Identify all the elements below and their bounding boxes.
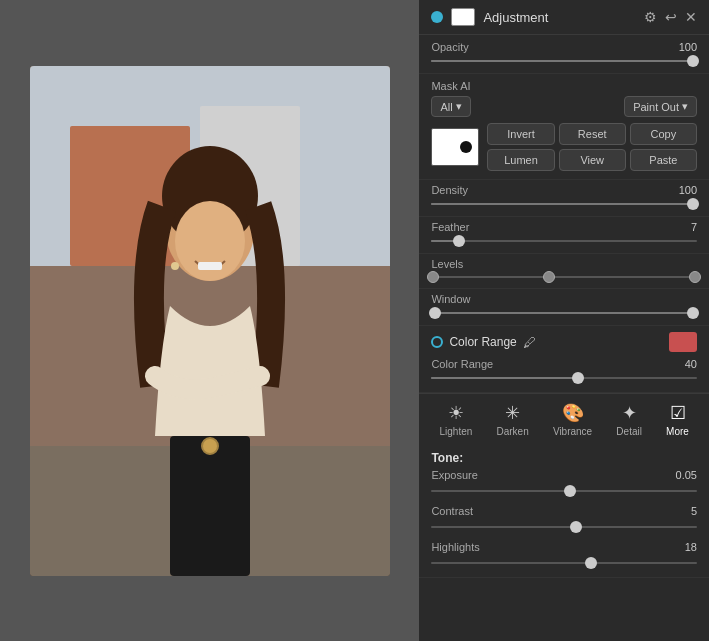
feather-slider[interactable] [431, 233, 697, 249]
density-label-row: Density 100 [431, 184, 697, 196]
contrast-thumb[interactable] [570, 521, 582, 533]
lumen-button[interactable]: Lumen [487, 149, 554, 171]
levels-section: Levels [419, 254, 709, 289]
detail-label: Detail [616, 426, 642, 437]
title-thumbnail [451, 8, 475, 26]
highlights-track [431, 562, 697, 564]
photo-svg [30, 66, 390, 576]
window-thumb-right[interactable] [687, 307, 699, 319]
highlights-thumb[interactable] [585, 557, 597, 569]
feather-track [431, 240, 697, 242]
invert-button[interactable]: Invert [487, 123, 554, 145]
darken-tool[interactable]: ✳ Darken [492, 400, 532, 439]
window-dot [431, 11, 443, 23]
color-swatch[interactable] [669, 332, 697, 352]
exposure-label: Exposure [431, 469, 477, 481]
detail-tool[interactable]: ✦ Detail [612, 400, 646, 439]
lighten-tool[interactable]: ☀ Lighten [435, 400, 476, 439]
tone-section: Tone: Exposure 0.05 Contrast 5 [419, 445, 709, 578]
close-icon[interactable]: ✕ [685, 9, 697, 25]
color-range-fill [431, 377, 577, 379]
levels-label-row: Levels [431, 258, 697, 270]
undo-icon[interactable]: ↩ [665, 9, 677, 25]
all-label: All [440, 101, 452, 113]
panel-title: Adjustment [483, 10, 636, 25]
title-bar: Adjustment ⚙ ↩ ✕ [419, 0, 709, 35]
paint-out-select-btn[interactable]: Paint Out ▾ [624, 96, 697, 117]
feather-thumb[interactable] [453, 235, 465, 247]
levels-label: Levels [431, 258, 463, 270]
levels-thumb-mid[interactable] [543, 271, 555, 283]
exposure-slider[interactable] [431, 483, 697, 499]
color-range-sub-row: Color Range 40 [431, 358, 697, 370]
color-range-indicator [431, 336, 443, 348]
svg-point-10 [171, 262, 179, 270]
lighten-label: Lighten [439, 426, 472, 437]
all-chevron: ▾ [456, 100, 462, 113]
mask-buttons: Invert Reset Copy Lumen View Paste [487, 123, 697, 171]
levels-thumb-right[interactable] [689, 271, 701, 283]
bottom-toolbar: ☀ Lighten ✳ Darken 🎨 Vibrance ✦ Detail ☑ [419, 393, 709, 445]
feather-section: Feather 7 [419, 217, 709, 254]
highlights-row: Highlights 18 [431, 541, 697, 553]
lighten-icon: ☀ [448, 402, 464, 424]
photo-area [0, 0, 419, 641]
mask-thumbnail [431, 128, 479, 166]
vibrance-tool[interactable]: 🎨 Vibrance [549, 400, 596, 439]
detail-icon: ✦ [622, 402, 637, 424]
copy-button[interactable]: Copy [630, 123, 697, 145]
contrast-value: 5 [691, 505, 697, 517]
exposure-track [431, 490, 697, 492]
opacity-value: 100 [679, 41, 697, 53]
view-button[interactable]: View [559, 149, 626, 171]
mask-preview-row: Invert Reset Copy Lumen View Paste [431, 123, 697, 171]
highlights-slider[interactable] [431, 555, 697, 571]
more-tool[interactable]: ☑ More [662, 400, 693, 439]
window-label-row: Window [431, 293, 697, 305]
highlights-value: 18 [685, 541, 697, 553]
window-thumb-left[interactable] [429, 307, 441, 319]
paint-out-chevron: ▾ [682, 100, 688, 113]
title-icons: ⚙ ↩ ✕ [644, 9, 697, 25]
reset-button[interactable]: Reset [559, 123, 626, 145]
density-thumb[interactable] [687, 198, 699, 210]
vibrance-icon: 🎨 [562, 402, 584, 424]
levels-thumb-left[interactable] [427, 271, 439, 283]
exposure-row: Exposure 0.05 [431, 469, 697, 481]
window-slider[interactable] [431, 305, 697, 321]
darken-icon: ✳ [505, 402, 520, 424]
window-label: Window [431, 293, 470, 305]
color-range-header: Color Range 🖊 [431, 332, 697, 352]
more-icon: ☑ [670, 402, 686, 424]
exposure-thumb[interactable] [564, 485, 576, 497]
density-fill [431, 203, 697, 205]
color-range-value: 40 [685, 358, 697, 370]
density-slider[interactable] [431, 196, 697, 212]
opacity-slider[interactable] [431, 53, 697, 69]
all-select-btn[interactable]: All ▾ [431, 96, 470, 117]
photo-placeholder [30, 66, 390, 576]
svg-rect-9 [170, 436, 250, 576]
opacity-section: Opacity 100 [419, 35, 709, 74]
contrast-slider[interactable] [431, 519, 697, 535]
paste-button[interactable]: Paste [630, 149, 697, 171]
feather-label: Feather [431, 221, 469, 233]
window-track [431, 312, 697, 314]
feather-label-row: Feather 7 [431, 221, 697, 233]
svg-rect-8 [198, 262, 222, 270]
contrast-track [431, 526, 697, 528]
color-range-thumb[interactable] [572, 372, 584, 384]
color-range-label: Color Range [449, 335, 516, 349]
mask-ai-section: Mask AI All ▾ Paint Out ▾ [419, 74, 709, 180]
opacity-track [431, 60, 697, 62]
eyedropper-icon[interactable]: 🖊 [523, 335, 536, 350]
window-fill [431, 312, 697, 314]
density-value: 100 [679, 184, 697, 196]
feather-value: 7 [691, 221, 697, 233]
paint-out-label: Paint Out [633, 101, 679, 113]
color-range-slider[interactable] [431, 370, 697, 386]
settings-icon[interactable]: ⚙ [644, 9, 657, 25]
mask-ai-controls-row: All ▾ Paint Out ▾ [431, 96, 697, 117]
opacity-thumb[interactable] [687, 55, 699, 67]
tone-label: Tone: [431, 451, 697, 465]
